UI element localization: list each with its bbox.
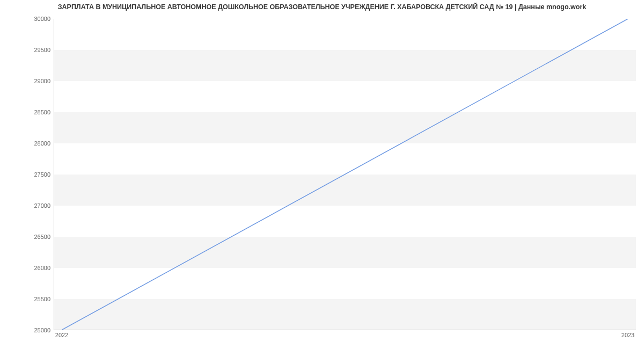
y-tick-label: 29500 bbox=[8, 47, 50, 53]
y-tick-label: 25500 bbox=[8, 296, 50, 302]
y-tick-label: 30000 bbox=[8, 16, 50, 22]
chart-container: ЗАРПЛАТА В МУНИЦИПАЛЬНОЕ АВТОНОМНОЕ ДОШК… bbox=[0, 0, 644, 349]
y-tick-label: 25000 bbox=[8, 327, 50, 333]
chart-title: ЗАРПЛАТА В МУНИЦИПАЛЬНОЕ АВТОНОМНОЕ ДОШК… bbox=[0, 3, 644, 11]
y-tick-label: 28500 bbox=[8, 109, 50, 115]
y-tick-label: 26000 bbox=[8, 265, 50, 271]
y-tick-label: 26500 bbox=[8, 234, 50, 240]
y-tick-label: 28000 bbox=[8, 140, 50, 147]
x-tick-label: 2022 bbox=[55, 332, 68, 338]
plot-area bbox=[54, 19, 636, 330]
series-line bbox=[62, 19, 628, 330]
y-tick-label: 29000 bbox=[8, 78, 50, 84]
y-tick-label: 27000 bbox=[8, 202, 50, 209]
line-series bbox=[54, 19, 636, 330]
x-tick-label: 2023 bbox=[621, 332, 634, 338]
y-tick-label: 27500 bbox=[8, 171, 50, 178]
